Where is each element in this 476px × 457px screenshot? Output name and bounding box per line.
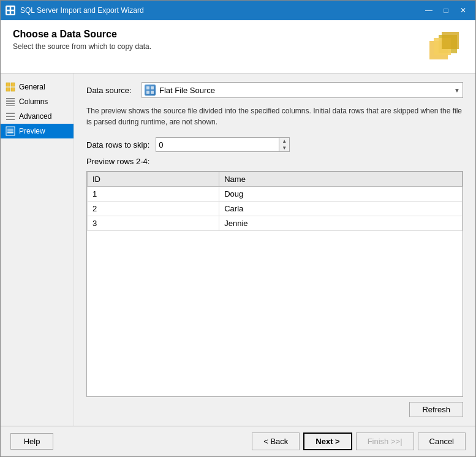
cell-id: 1 [88,187,219,202]
svg-rect-2 [7,11,10,14]
footer: Help < Back Next > Finish >>| Cancel [1,426,475,456]
next-button[interactable]: Next > [303,432,352,450]
svg-rect-18 [6,119,15,120]
content-area: General Columns [1,74,475,426]
page-subtitle: Select the source from which to copy dat… [13,42,151,51]
svg-rect-24 [151,86,154,89]
table-row: 1Doug [88,187,463,202]
svg-rect-0 [7,7,10,10]
table-header-row: ID Name [88,172,463,187]
table-row: 3Jennie [88,216,463,231]
sidebar-item-advanced[interactable]: Advanced [1,109,74,124]
dropdown-arrow-icon: ▼ [454,87,460,94]
app-icon [6,6,15,15]
svg-rect-9 [11,83,15,86]
data-source-row: Data source: Flat File Source [86,82,463,98]
footer-left: Help [10,433,252,450]
svg-rect-8 [6,83,10,86]
skip-spinner: ▲ ▼ [279,138,289,151]
finish-button[interactable]: Finish >>| [356,432,414,450]
col-name-header: Name [219,172,463,187]
description-text: The preview shows the source file divide… [86,105,463,127]
close-button[interactable]: ✕ [456,4,470,17]
svg-rect-14 [6,103,15,104]
skip-input-wrapper: ▲ ▼ [156,137,290,152]
cell-id: 3 [88,216,219,231]
select-value: Flat File Source [159,86,215,95]
preview-icon [6,126,15,136]
page-header: Choose a Data Source Select the source f… [1,20,475,74]
svg-rect-21 [7,130,13,132]
cell-id: 2 [88,202,219,216]
svg-rect-22 [7,132,13,134]
sidebar-label-advanced: Advanced [19,112,51,121]
svg-rect-7 [442,32,459,49]
columns-icon [6,97,15,107]
refresh-row: Refresh [86,402,463,417]
data-source-label: Data source: [86,86,142,95]
svg-rect-13 [6,100,15,102]
svg-rect-12 [6,98,15,99]
select-inner: Flat File Source [145,85,215,96]
sidebar-label-preview: Preview [19,127,45,135]
svg-rect-11 [11,88,15,91]
cell-name: Carla [219,202,463,216]
sidebar-item-preview[interactable]: Preview [1,124,74,138]
page-title: Choose a Data Source [13,29,151,40]
svg-rect-10 [6,88,10,91]
spin-down-button[interactable]: ▼ [279,145,289,151]
header-text: Choose a Data Source Select the source f… [13,29,151,51]
cell-name: Doug [219,187,463,202]
select-icon [145,85,156,96]
sidebar-item-general[interactable]: General [1,80,74,94]
spin-up-button[interactable]: ▲ [279,138,289,145]
sidebar-label-general: General [19,83,45,91]
skip-label: Data rows to skip: [86,140,149,149]
maximize-button[interactable]: □ [439,4,453,17]
cancel-button[interactable]: Cancel [418,432,466,450]
general-icon [6,82,15,92]
title-bar: SQL Server Import and Export Wizard — □ … [1,1,475,20]
svg-rect-15 [6,105,15,106]
main-window: SQL Server Import and Export Wizard — □ … [0,0,476,457]
sidebar-label-columns: Columns [19,97,48,106]
sidebar: General Columns [1,74,74,426]
header-icon [426,29,463,66]
skip-row: Data rows to skip: ▲ ▼ [86,137,463,152]
footer-right: < Back Next > Finish >>| Cancel [252,432,466,450]
svg-rect-16 [6,113,15,114]
svg-rect-20 [7,129,13,130]
cell-name: Jennie [219,216,463,231]
data-source-select[interactable]: Flat File Source ▼ [142,82,463,98]
refresh-button[interactable]: Refresh [409,402,463,417]
svg-rect-26 [151,91,154,94]
skip-input[interactable] [156,138,279,151]
minimize-button[interactable]: — [421,4,436,17]
table-row: 2Carla [88,202,463,216]
preview-rows-label: Preview rows 2-4: [86,157,463,166]
svg-rect-25 [146,91,149,94]
advanced-icon [6,111,15,121]
svg-rect-17 [6,116,15,117]
col-id-header: ID [88,172,219,187]
svg-rect-23 [146,86,149,89]
window-title: SQL Server Import and Export Wizard [20,6,421,15]
preview-table-wrapper: ID Name 1Doug2Carla3Jennie [86,171,463,397]
svg-rect-3 [11,11,14,14]
back-button[interactable]: < Back [252,432,300,450]
window-controls: — □ ✕ [421,4,470,17]
help-button[interactable]: Help [10,433,53,450]
main-panel: Data source: Flat File Source [74,74,475,426]
svg-rect-1 [11,7,14,10]
sidebar-item-columns[interactable]: Columns [1,94,74,109]
preview-table: ID Name 1Doug2Carla3Jennie [87,172,463,231]
